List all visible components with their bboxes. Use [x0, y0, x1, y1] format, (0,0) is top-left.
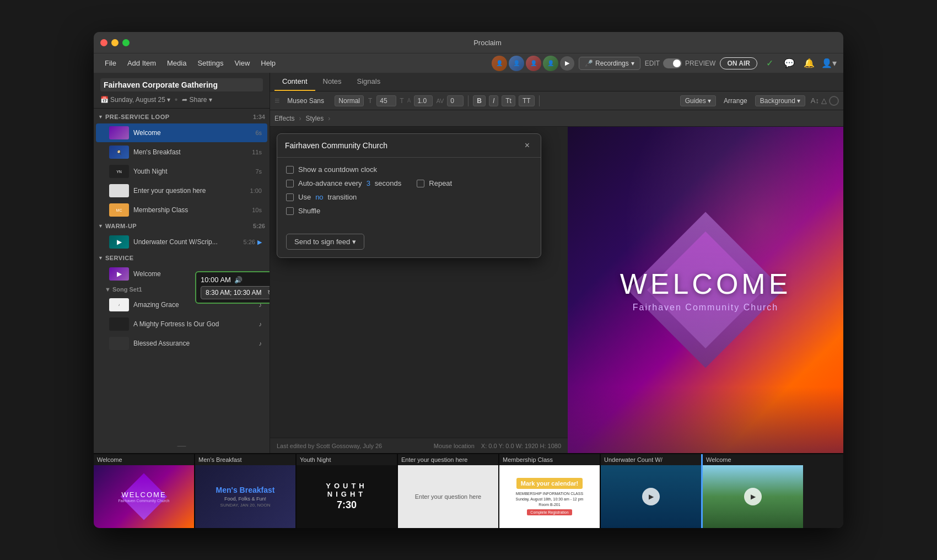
countdown-checkbox[interactable] — [286, 166, 294, 174]
font-name[interactable]: Museo Sans — [287, 97, 331, 105]
thumbnail-membership[interactable]: Membership Class Mark your calendar! MEM… — [499, 454, 600, 528]
effects-toolbar: Effects › Styles › — [270, 110, 843, 127]
chevron-down-icon: ▾ — [352, 238, 356, 246]
edit-toggle[interactable] — [663, 58, 682, 68]
avatar-1[interactable]: 👤 — [492, 56, 507, 71]
autoadvance-checkbox[interactable] — [286, 180, 294, 187]
maximize-button[interactable] — [122, 39, 130, 46]
refresh-icon[interactable]: ↻ — [267, 289, 270, 297]
item-meta: 1:00 — [250, 187, 262, 194]
modal-body: Show a countdown clock Auto-advance ever… — [277, 158, 541, 228]
list-item[interactable]: Enter your question here 1:00 — [96, 181, 267, 200]
item-thumbnail: YN — [109, 165, 129, 178]
send-to-sign-feed-button[interactable]: Send to sign feed ▾ — [286, 234, 364, 250]
shuffle-checkbox[interactable] — [286, 207, 294, 215]
traffic-lights — [100, 39, 130, 46]
guides-button[interactable]: Guides ▾ — [680, 95, 716, 106]
user-menu-icon[interactable]: 👤▾ — [821, 56, 837, 71]
check-icon[interactable]: ✓ — [762, 56, 777, 71]
modal-title-input[interactable] — [285, 141, 521, 150]
toolbar-right: 👤 👤 👤 👤 ▶ 🎤 Recordings ▾ EDIT PREVIEW ON… — [492, 56, 837, 71]
menu-help[interactable]: Help — [256, 57, 280, 69]
thumb-image-mountains: ▶ — [703, 465, 803, 528]
font-size-input[interactable] — [376, 95, 396, 106]
play-presentation-button[interactable]: ▶ — [560, 56, 574, 71]
list-item[interactable]: ▶ Underwater Count W/Scrip... 5:26 ▶ — [96, 233, 267, 251]
line-spacing-input[interactable] — [414, 95, 433, 106]
letter-spacing-input[interactable] — [447, 95, 464, 106]
chevron-down-icon: ▾ — [708, 97, 711, 105]
tab-notes[interactable]: Notes — [315, 73, 349, 91]
modal-close-button[interactable]: × — [521, 139, 533, 152]
bell-icon[interactable]: 🔔 — [801, 56, 817, 71]
list-item[interactable]: A Mighty Fortress Is Our God ♪ — [96, 315, 267, 333]
time-value: 10:00 AM — [201, 276, 231, 284]
item-thumbnail: ▶ — [109, 267, 129, 281]
shape-icon[interactable]: △ — [821, 96, 827, 105]
tab-content[interactable]: Content — [274, 73, 315, 91]
text-size-icon[interactable]: A↕ — [811, 96, 819, 105]
thumbnail-welcome-mountains[interactable]: Welcome ▶ — [703, 454, 803, 528]
styles-link[interactable]: Styles — [305, 115, 324, 122]
chat-icon[interactable]: 💬 — [782, 56, 797, 71]
menu-add-item[interactable]: Add Item — [123, 57, 160, 69]
italic-button[interactable]: I — [489, 95, 498, 106]
time-display: 10:00 AM 🔊 — [201, 276, 270, 284]
text-case-1-button[interactable]: Tt — [502, 95, 515, 106]
menu-file[interactable]: File — [100, 57, 121, 69]
undo-icon[interactable] — [829, 96, 839, 106]
item-name: Blessed Assurance — [133, 340, 257, 347]
share-icon: ➦ — [182, 96, 187, 104]
preview-image: WELCOME Fairhaven Community Church — [568, 127, 843, 453]
play-button-underwater[interactable]: ▶ — [642, 488, 660, 505]
thumb-image-breakfast: Men's Breakfast Food, Folks & Fun! SUNDA… — [195, 465, 295, 528]
menu-settings[interactable]: Settings — [193, 57, 228, 69]
share-button[interactable]: ➦ Share ▾ — [182, 96, 212, 104]
menu-media[interactable]: Media — [163, 57, 191, 69]
thumbnail-youth-night[interactable]: Youth Night YOUTHNIGHT 7:30 — [297, 454, 397, 528]
list-item[interactable]: YN Youth Night 7s — [96, 162, 267, 181]
thumb-youth-content: YOUTHNIGHT 7:30 — [326, 482, 368, 511]
close-button[interactable] — [100, 39, 107, 46]
transition-checkbox[interactable] — [286, 193, 294, 201]
tab-signals[interactable]: Signals — [349, 73, 389, 91]
list-item[interactable]: ▶ Welcome 10:00 AM 🔊 8:30 AM; 10:30 AM ↻ — [96, 265, 267, 283]
list-item[interactable]: Blessed Assurance ♪ — [96, 334, 267, 353]
item-thumbnail: 🍳 — [109, 146, 129, 159]
font-style[interactable]: Normal — [335, 95, 364, 106]
effects-link[interactable]: Effects — [274, 115, 294, 122]
repeat-checkbox[interactable] — [417, 180, 424, 187]
menu-view[interactable]: View — [230, 57, 254, 69]
song-set-name: Song Set1 — [112, 286, 142, 293]
arrange-button[interactable]: Arrange — [719, 96, 752, 106]
section-pre-service[interactable]: ▼ PRE-SERVICE LOOP 1:34 — [94, 111, 270, 123]
time-input[interactable]: 8:30 AM; 10:30 AM ↻ — [201, 286, 270, 299]
thumbnail-underwater[interactable]: Underwater Count W/ ▶ — [601, 454, 701, 528]
on-air-button[interactable]: ON AIR — [720, 57, 757, 69]
expand-icon[interactable]: ▼ — [105, 286, 112, 293]
thumbnail-question[interactable]: Enter your question here Enter your ques… — [398, 454, 498, 528]
thumb-image-question: Enter your question here — [398, 465, 498, 528]
thumbnail-mens-breakfast[interactable]: Men's Breakfast Men's Breakfast Food, Fo… — [195, 454, 295, 528]
recordings-button[interactable]: 🎤 Recordings ▾ — [579, 57, 640, 70]
format-toolbar: ≡ Museo Sans Normal T T A AV B I Tt TT — [270, 91, 843, 110]
minimize-button[interactable] — [111, 39, 119, 46]
align-left-icon[interactable]: ≡ — [274, 96, 279, 106]
section-service[interactable]: ▼ SERVICE — [94, 252, 270, 264]
thumbnail-welcome[interactable]: Welcome WELCOME Fairhaven Community Chur… — [94, 454, 194, 528]
t-icon-leading: T — [400, 97, 403, 105]
play-button-mountains[interactable]: ▶ — [744, 488, 762, 505]
avatar-4[interactable]: 👤 — [543, 56, 558, 71]
list-item[interactable]: MC Membership Class 10s — [96, 201, 267, 219]
date-button[interactable]: 📅 Sunday, August 25 ▾ — [100, 96, 170, 104]
section-warmup[interactable]: ▼ WARM-UP 5:26 — [94, 220, 270, 232]
bold-button[interactable]: B — [473, 95, 486, 106]
main-layout: Fairhaven Corporate Gathering 📅 Sunday, … — [94, 73, 843, 453]
list-item[interactable]: Welcome 6s — [96, 123, 267, 142]
background-button[interactable]: Background ▾ — [755, 95, 805, 106]
avatar-2[interactable]: 👤 — [509, 56, 524, 71]
avatar-3[interactable]: 👤 — [526, 56, 541, 71]
text-case-2-button[interactable]: TT — [519, 95, 535, 106]
list-item[interactable]: 🍳 Men's Breakfast 11s — [96, 143, 267, 161]
chevron-down-icon: ▾ — [167, 96, 170, 104]
